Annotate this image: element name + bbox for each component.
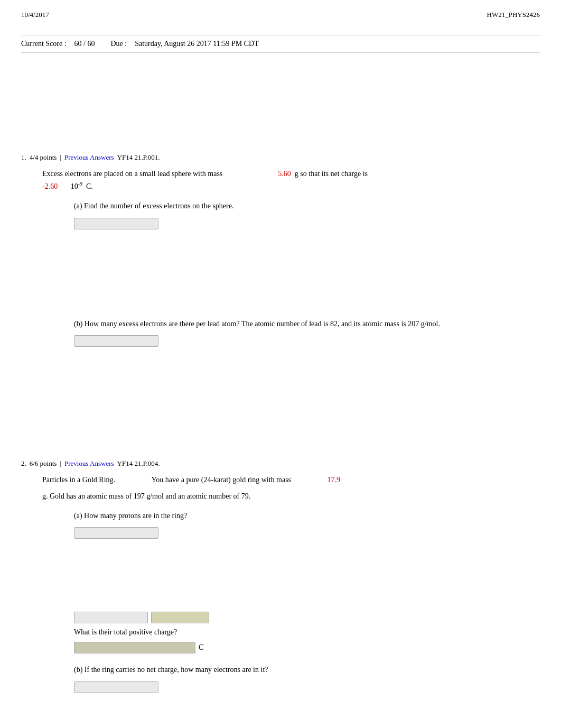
question-1a-input[interactable] [74, 218, 158, 229]
question-2a-input-row [74, 527, 540, 539]
question-1-body: Excess electrons are placed on a small l… [42, 168, 540, 377]
question-1-header: 1. 4/4 points | Previous Answers YF14 21… [21, 153, 540, 162]
question-1-points: 4/4 points [30, 153, 57, 162]
question-2a: (a) How many protons are in the ring? [74, 510, 540, 569]
score-row: Current Score : 60 / 60 Due : Saturday, … [21, 35, 540, 53]
question-1-exp-power: -9 [78, 181, 82, 187]
question-2-points: 6/6 points [30, 459, 57, 468]
question-2a-charge-answer[interactable] [74, 642, 195, 653]
question-2-pipe: | [60, 459, 61, 468]
question-2b-input[interactable] [74, 681, 158, 693]
question-1b-label: (b) How many excess electrons are there … [74, 318, 540, 330]
question-1-block: 1. 4/4 points | Previous Answers YF14 21… [21, 148, 540, 377]
question-1-intro: Excess electrons are placed on a small l… [42, 170, 222, 178]
question-1b: (b) How many excess electrons are there … [74, 318, 540, 377]
page-title: HW21_PHYS2426 [487, 11, 540, 19]
question-2a-charge-inputs-row [74, 612, 540, 623]
question-2b: (b) If the ring carries no net charge, h… [74, 664, 540, 723]
spacer-2a-charge [42, 577, 540, 604]
question-1a: (a) Find the number of excess electrons … [74, 200, 540, 260]
question-2-number: 2. [21, 459, 26, 468]
question-2a-charge-input-1[interactable] [74, 612, 148, 623]
question-2b-answer-area [74, 681, 540, 724]
question-2-intro: You have a pure (24-karat) gold ring wit… [152, 474, 292, 486]
spacer-top [21, 69, 540, 132]
question-1-charge: -2.60 [42, 182, 58, 190]
due-date: Saturday, August 26 2017 11:59 PM CDT [135, 40, 259, 48]
question-2-block: 2. 6/6 points | Previous Answers YF14 21… [21, 454, 540, 723]
question-1-number: 1. [21, 153, 26, 162]
question-1-mass: 5.60 [278, 170, 291, 178]
question-2-mass-unit: g. Gold has an atomic mass of 197 g/mol … [42, 491, 250, 502]
question-1-exp-base: 10 [71, 182, 78, 190]
question-2a-input[interactable] [74, 527, 158, 539]
question-2-header: 2. 6/6 points | Previous Answers YF14 21… [21, 459, 540, 468]
question-1b-answer-area [74, 335, 540, 377]
question-2a-charge-answer-row: C [74, 642, 540, 653]
question-2a-charge-input-2[interactable] [151, 612, 209, 623]
question-1-mass-unit: g so that its net charge is [295, 170, 368, 178]
question-2-body: Particles in a Gold Ring. You have a pur… [42, 474, 540, 723]
question-2a-charge-question: What is their total positive charge? [74, 626, 540, 638]
question-2-prev-answers[interactable]: Previous Answers [64, 459, 114, 468]
question-2a-label: (a) How many protons are in the ring? [74, 510, 540, 522]
question-2b-input-row [74, 681, 540, 693]
question-2-id: YF14 21.P.004. [117, 459, 160, 468]
question-2-mass: 17.9 [328, 474, 341, 486]
question-2b-label: (b) If the ring carries no net charge, h… [74, 664, 540, 676]
question-1-text: Excess electrons are placed on a small l… [42, 168, 540, 192]
page-header: 10/4/2017 HW21_PHYS2426 [21, 11, 540, 19]
question-1b-input[interactable] [74, 335, 158, 347]
question-2a-charge: What is their total positive charge? C [74, 612, 540, 653]
page-date: 10/4/2017 [21, 11, 49, 19]
question-1a-answer-area [74, 218, 540, 260]
question-1-id: YF14 21.P.001. [117, 153, 160, 162]
question-2a-charge-unit: C [199, 642, 203, 653]
score-label: Current Score : [21, 40, 67, 48]
question-2-topic: Particles in a Gold Ring. [42, 474, 115, 486]
question-1-prev-answers[interactable]: Previous Answers [64, 153, 114, 162]
question-2-text: Particles in a Gold Ring. You have a pur… [42, 474, 540, 502]
score-value: 60 / 60 [74, 40, 95, 48]
due-label: Due : [110, 40, 127, 48]
question-1-pipe: | [60, 153, 61, 162]
spacer-1ab [42, 268, 540, 310]
question-1a-label: (a) Find the number of excess electrons … [74, 200, 540, 212]
question-2a-answer-area [74, 527, 540, 569]
question-1b-input-row [74, 335, 540, 347]
question-1a-input-row [74, 218, 540, 229]
spacer-between-questions [21, 385, 540, 438]
question-1-charge-unit: C. [86, 182, 93, 190]
